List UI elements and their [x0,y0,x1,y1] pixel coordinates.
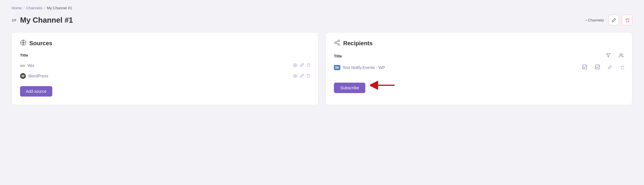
source-row-actions [201,63,310,68]
source-logo: WIX [20,63,25,68]
group-checkbox-icon[interactable] [595,65,600,70]
recipient-name: ВК Test Notify.Events - WP [334,65,582,70]
table-row: WIX Wix [20,60,310,70]
group-icon [619,53,624,59]
breadcrumb-current: My Channel #1 [47,6,72,10]
filter-checkbox-icon[interactable] [582,65,587,70]
view-icon[interactable] [293,74,298,79]
source-name-cell: W WordPress [20,70,201,81]
svg-point-9 [620,54,621,55]
svg-line-7 [336,41,338,42]
edit-row-icon[interactable] [300,74,304,79]
filter-icon [606,53,611,59]
breadcrumb-sep1: / [24,6,25,10]
svg-point-1 [295,65,296,66]
recipients-list: ВК Test Notify.Events - WP [334,62,624,73]
source-link[interactable]: Wix [27,63,34,68]
content-grid: Sources Title WIX Wix [12,32,632,105]
recipients-card-header: Recipients [334,39,624,47]
recipients-table-header: Title [334,53,624,62]
breadcrumb-channels[interactable]: Channels [26,6,42,10]
source-row-actions [201,74,310,79]
recipients-col-icons [606,53,624,59]
page-title: My Channel #1 [20,16,73,25]
page-header: ⇌ My Channel #1 ‹ Channels [12,15,632,25]
recipients-title: Recipients [343,40,373,47]
sources-card-header: Sources [20,39,310,47]
source-logo: W [20,73,26,79]
header-actions: ‹ Channels [586,15,632,25]
sources-icon [20,39,26,47]
edit-recipient-icon[interactable] [608,65,612,70]
back-to-channels-link[interactable]: ‹ Channels [586,18,604,22]
delete-recipient-icon[interactable] [620,65,624,70]
source-link[interactable]: WordPress [28,74,48,78]
breadcrumb: Home / Channels / My Channel #1 [12,6,632,10]
breadcrumb-sep2: / [44,6,45,10]
edit-row-icon[interactable] [300,63,304,68]
recipient-actions [582,65,624,70]
source-name-cell: WIX Wix [20,60,201,70]
table-row: W WordPress [20,70,310,81]
source-actions-cell [201,70,310,81]
vk-icon: ВК [334,65,340,70]
delete-row-icon[interactable] [306,74,310,79]
sources-col-title: Title [20,53,201,60]
svg-point-2 [295,75,296,77]
delete-channel-button[interactable] [622,15,632,25]
sources-title: Sources [29,40,52,47]
source-actions-cell [201,60,310,70]
edit-channel-button[interactable] [609,15,619,25]
delete-icon [625,18,629,22]
arrow-annotation [370,80,396,91]
subscribe-button[interactable]: Subscribe [334,83,365,93]
svg-line-6 [336,43,338,44]
svg-marker-8 [606,54,610,57]
subscribe-row: Subscribe [334,78,624,93]
delete-row-icon[interactable] [306,63,310,68]
recipients-col-title: Title [334,54,342,58]
sources-table: Title WIX Wix [20,53,310,81]
list-item: ВК Test Notify.Events - WP [334,62,624,73]
recipients-icon [334,39,340,47]
channel-icon: ⇌ [12,17,17,23]
add-source-button[interactable]: Add source [20,86,52,97]
edit-icon [612,18,616,22]
recipient-link[interactable]: Test Notify.Events - WP [343,65,385,70]
recipients-card: Recipients Title [325,32,632,105]
page-title-wrap: ⇌ My Channel #1 [12,16,73,25]
sources-card: Sources Title WIX Wix [12,32,319,105]
breadcrumb-home[interactable]: Home [12,6,22,10]
view-icon[interactable] [293,63,298,68]
